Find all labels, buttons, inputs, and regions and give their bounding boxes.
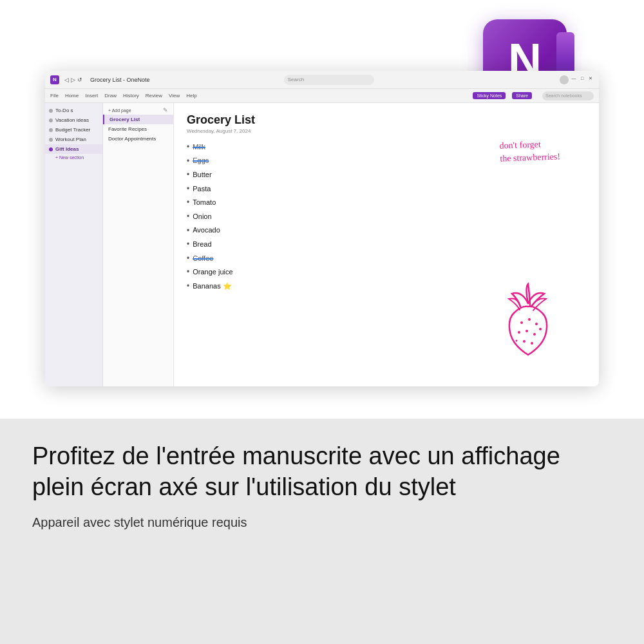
list-item[interactable]: Avocado [187,224,586,238]
item-butter: Butter [193,169,211,182]
ribbon-help[interactable]: Help [186,93,196,99]
share-button[interactable]: Share [512,92,532,99]
svg-point-1 [528,318,531,321]
search-bar[interactable]: Search [284,75,374,85]
note-title: Grocery List [187,113,586,127]
ribbon-review[interactable]: Review [146,93,162,99]
svg-point-8 [539,328,542,330]
svg-point-7 [531,342,533,345]
svg-point-2 [535,323,538,325]
item-oj: Orange juice [193,266,232,279]
app-window: N ◁ ▷ ↺ Grocery List - OneNote Search — … [45,71,599,386]
sidebar-item-todo[interactable]: To-Do s [45,106,102,115]
svg-point-0 [520,321,523,324]
sticky-notes-button[interactable]: Sticky Notes [473,92,506,99]
back-icon[interactable]: ◁ [64,77,69,83]
list-item[interactable]: Bread [187,238,586,252]
search-notebooks-text: Search notebooks [545,93,582,98]
item-avocado: Avocado [193,224,220,237]
sub-headline: Appareil avec stylet numérique requis [32,515,612,530]
bottom-section: Profitez de l'entrée manuscrite avec un … [0,419,644,644]
sidebar-label-budget: Budget Tracker [55,127,90,133]
item-eggs: Eggs [193,155,209,167]
title-bar-left: N ◁ ▷ ↺ Grocery List - OneNote [50,75,150,84]
page-item-grocery[interactable]: Grocery List [103,115,173,124]
main-headline: Profitez de l'entrée manuscrite avec un … [32,441,612,502]
item-bread: Bread [193,238,211,251]
sidebar-label-workout: Workout Plan [55,137,86,142]
add-section-button[interactable]: + New section [45,154,102,161]
add-page-button[interactable]: + Add page [108,108,131,113]
close-button[interactable]: ✕ [587,75,594,82]
item-bananas: Bananas ⭐ [193,280,231,293]
item-onion: Onion [193,211,211,223]
onenote-small-logo: N [50,75,59,84]
search-text: Search [288,77,304,82]
sidebar-dot-vacation [49,118,53,122]
main-content-area: To-Do s Vacation ideas Budget Tracker Wo… [45,103,599,386]
ribbon-insert[interactable]: Insert [85,93,98,99]
search-notebooks-bar[interactable]: Search notebooks [542,91,594,100]
ribbon-file[interactable]: File [50,93,59,99]
handwritten-note: don't forgetthe strawberries! [500,137,561,164]
page-item-doctor[interactable]: Doctor Appointments [103,134,173,144]
nav-arrows: ◁ ▷ ↺ [64,77,82,83]
page-item-recipes[interactable]: Favorite Recipes [103,124,173,134]
list-item[interactable]: Tomato [187,196,586,210]
note-date: Wednesday, August 7, 2024 [187,128,586,134]
ribbon: File Home Insert Draw History Review Vie… [45,89,599,103]
item-tomato: Tomato [193,196,216,209]
sidebar-label-vacation: Vacation ideas [55,117,89,123]
sidebar-dot-workout [49,138,53,142]
sidebar-label-todo: To-Do s [55,108,73,113]
sidebar-dot-budget [49,128,53,132]
sidebar-dot-todo [49,109,53,113]
top-section: N N ◁ ▷ ↺ Grocery List - OneNote Search … [0,0,644,419]
list-item[interactable]: Onion [187,210,586,224]
window-title: Grocery List - OneNote [90,77,150,83]
window-controls: — □ ✕ [560,75,594,84]
item-pasta: Pasta [193,183,211,196]
ribbon-draw[interactable]: Draw [104,93,117,99]
pages-panel: + Add page ✎ Grocery List Favorite Recip… [103,103,174,386]
strawberry-drawing [489,281,567,367]
list-item[interactable]: Butter [187,168,586,182]
note-content-area: Grocery List Wednesday, August 7, 2024 M… [174,103,599,386]
svg-point-3 [518,331,520,334]
sidebar-item-workout[interactable]: Workout Plan [45,135,102,144]
sidebar-item-giftideas[interactable]: Gift Ideas [45,144,102,154]
svg-point-9 [516,340,518,342]
item-milk: Milk [193,141,205,154]
forward-icon[interactable]: ▷ [71,77,75,83]
ribbon-history[interactable]: History [123,93,139,99]
svg-point-5 [533,333,536,336]
list-item[interactable]: Pasta [187,182,586,196]
sidebar-item-budget[interactable]: Budget Tracker [45,125,102,135]
user-avatar [560,75,569,84]
ribbon-view[interactable]: View [169,93,180,99]
pages-header: + Add page ✎ [103,106,173,115]
svg-point-6 [523,340,526,343]
sidebar-dot-gift [49,147,53,151]
ribbon-home[interactable]: Home [65,93,79,99]
title-bar: N ◁ ▷ ↺ Grocery List - OneNote Search — … [45,71,599,89]
edit-page-icon[interactable]: ✎ [163,107,168,113]
list-item[interactable]: Coffee [187,252,586,266]
item-coffee: Coffee [193,252,213,265]
minimize-button[interactable]: — [571,75,577,82]
sidebar-label-gift: Gift Ideas [55,146,79,152]
sidebar-item-vacation[interactable]: Vacation ideas [45,115,102,125]
maximize-button[interactable]: □ [579,75,585,82]
svg-point-4 [526,330,528,332]
refresh-icon[interactable]: ↺ [77,77,82,83]
list-item[interactable]: Orange juice [187,265,586,279]
sidebar: To-Do s Vacation ideas Budget Tracker Wo… [45,103,103,386]
